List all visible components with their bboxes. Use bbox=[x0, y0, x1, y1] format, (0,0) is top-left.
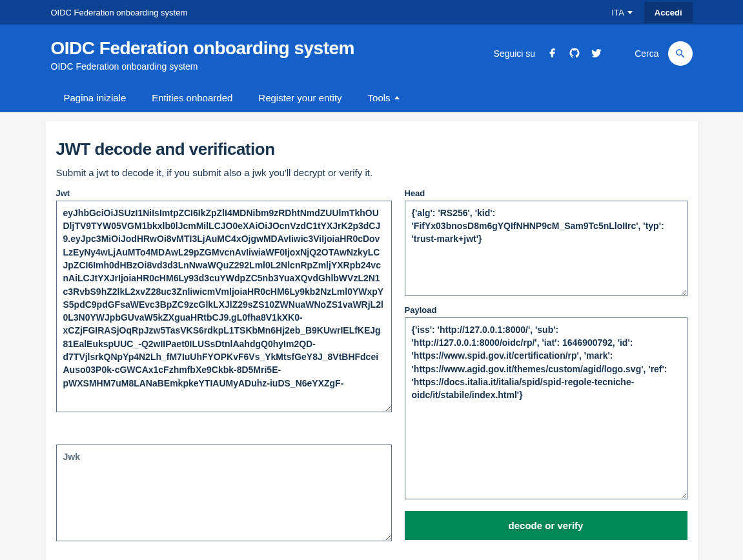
head-output[interactable] bbox=[405, 201, 687, 296]
nav-register[interactable]: Register your entity bbox=[245, 83, 354, 112]
page-intro: Submit a jwt to decode it, if you submit… bbox=[56, 167, 687, 178]
social-block: Seguici su bbox=[494, 47, 603, 61]
github-icon[interactable] bbox=[569, 47, 580, 61]
jwt-input[interactable] bbox=[56, 201, 392, 412]
main-content: JWT decode and verification Submit a jwt… bbox=[46, 121, 698, 560]
topbar: OIDC Federation onboarding system ITA Ac… bbox=[0, 0, 743, 25]
chevron-down-icon bbox=[627, 11, 633, 14]
nav-entities[interactable]: Entities onboarded bbox=[139, 83, 245, 112]
nav-home[interactable]: Pagina iniziale bbox=[51, 83, 139, 112]
payload-output[interactable] bbox=[405, 317, 687, 499]
login-button[interactable]: Accedi bbox=[644, 2, 693, 23]
site-subtitle: OIDC Federation onboarding system bbox=[51, 61, 354, 72]
header: OIDC Federation onboarding system OIDC F… bbox=[0, 25, 743, 112]
page-title: JWT decode and verification bbox=[56, 139, 687, 159]
chevron-up-icon bbox=[394, 96, 400, 99]
search-button[interactable] bbox=[668, 41, 693, 66]
jwk-input[interactable] bbox=[56, 445, 392, 541]
topbar-site-name[interactable]: OIDC Federation onboarding system bbox=[51, 8, 188, 17]
payload-label: Payload bbox=[405, 305, 687, 315]
site-title: OIDC Federation onboarding system bbox=[51, 39, 354, 59]
search-icon bbox=[675, 48, 686, 59]
submit-button[interactable]: decode or verify bbox=[405, 511, 687, 540]
search-label: Cerca bbox=[635, 48, 658, 59]
search-block: Cerca bbox=[635, 41, 692, 66]
facebook-icon[interactable] bbox=[547, 47, 558, 61]
jwt-label: Jwt bbox=[56, 188, 392, 198]
twitter-icon[interactable] bbox=[591, 47, 602, 61]
brand: OIDC Federation onboarding system OIDC F… bbox=[51, 39, 354, 72]
follow-label: Seguici su bbox=[494, 48, 536, 59]
head-label: Head bbox=[405, 188, 687, 198]
language-label: ITA bbox=[612, 8, 624, 17]
nav-tools[interactable]: Tools bbox=[355, 83, 412, 112]
nav-tools-label: Tools bbox=[368, 92, 391, 103]
language-selector[interactable]: ITA bbox=[612, 8, 633, 17]
main-nav: Pagina iniziale Entities onboarded Regis… bbox=[46, 72, 698, 112]
